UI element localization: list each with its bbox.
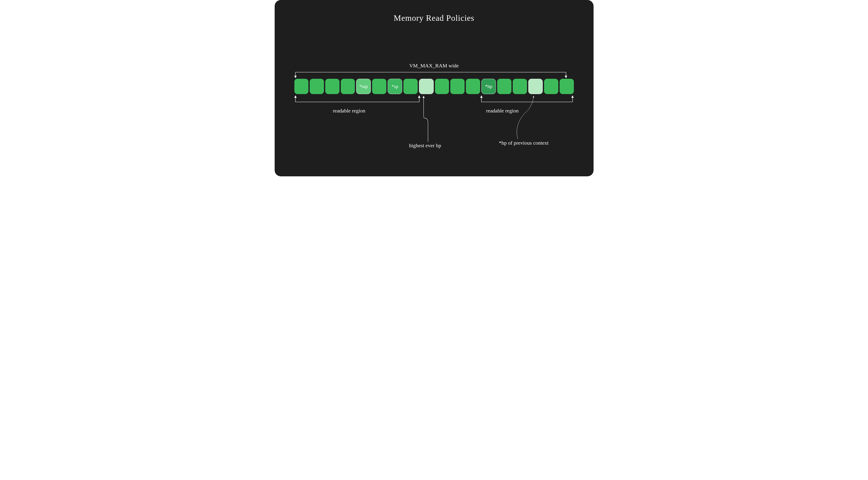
label-readable-region-2: readable region: [486, 108, 519, 114]
diagram-title: Memory Read Policies: [394, 13, 474, 23]
label-readable-region-1: readable region: [333, 108, 366, 114]
arrow-prev-context-hp: [517, 96, 533, 139]
bracket-readable-2: [482, 96, 572, 102]
cell-sp: *sp: [388, 79, 402, 94]
cell-3: [341, 79, 355, 94]
cell-11: [466, 79, 480, 94]
cell-10: [450, 79, 465, 94]
diagram-frame: Memory Read Policies *ssp *sp *hp VM_MAX…: [275, 0, 594, 176]
label-vm-max-ram: VM_MAX_RAM wide: [409, 63, 459, 69]
cell-17: [560, 79, 574, 94]
cell-9: [435, 79, 449, 94]
bracket-readable-1: [296, 96, 419, 102]
cell-2: [325, 79, 340, 94]
cell-16: [544, 79, 558, 94]
label-highest-ever-hp: highest ever hp: [409, 143, 441, 148]
label-prev-context-hp: *hp of previous context: [499, 140, 549, 146]
cell-hp: *hp: [482, 79, 496, 94]
cell-5: [372, 79, 386, 94]
cell-7: [403, 79, 418, 94]
cell-highest-hp: [419, 79, 434, 94]
cell-13: [497, 79, 512, 94]
cell-1: [310, 79, 324, 94]
cell-prev-hp: [528, 79, 543, 94]
cell-ssp: *ssp: [356, 79, 371, 94]
memory-cells-row: *ssp *sp *hp: [294, 79, 574, 94]
cell-0: [294, 79, 309, 94]
cell-14: [513, 79, 527, 94]
bracket-vm-max-ram: [296, 72, 566, 78]
arrow-highest-hp: [424, 96, 428, 142]
